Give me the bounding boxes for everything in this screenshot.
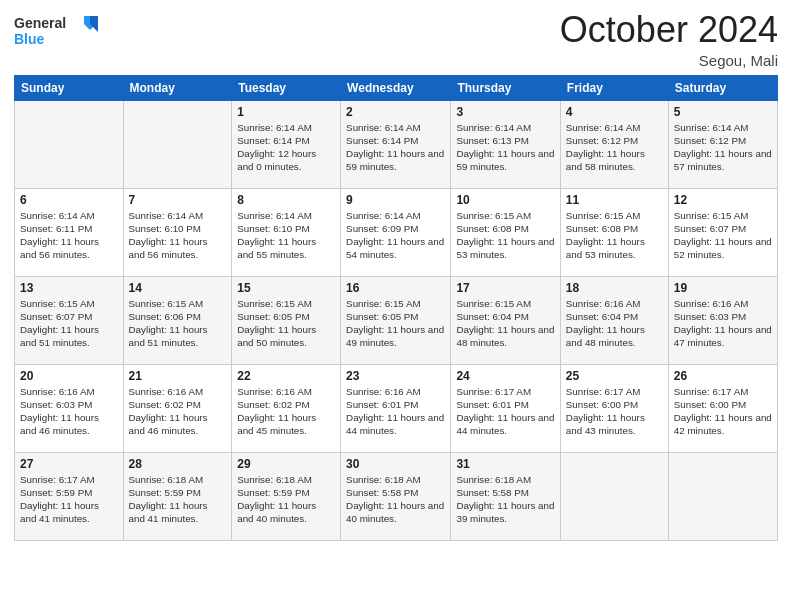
day-cell: 7Sunrise: 6:14 AMSunset: 6:10 PMDaylight… xyxy=(123,188,232,276)
logo: General Blue xyxy=(14,10,104,58)
day-cell: 24Sunrise: 6:17 AMSunset: 6:01 PMDayligh… xyxy=(451,364,560,452)
day-number: 18 xyxy=(566,281,663,295)
day-cell: 17Sunrise: 6:15 AMSunset: 6:04 PMDayligh… xyxy=(451,276,560,364)
day-info: Sunrise: 6:16 AMSunset: 6:03 PMDaylight:… xyxy=(674,297,772,350)
day-info: Sunrise: 6:14 AMSunset: 6:13 PMDaylight:… xyxy=(456,121,554,174)
day-number: 26 xyxy=(674,369,772,383)
day-cell: 25Sunrise: 6:17 AMSunset: 6:00 PMDayligh… xyxy=(560,364,668,452)
day-info: Sunrise: 6:15 AMSunset: 6:08 PMDaylight:… xyxy=(456,209,554,262)
location: Segou, Mali xyxy=(560,52,778,69)
day-number: 15 xyxy=(237,281,335,295)
day-info: Sunrise: 6:16 AMSunset: 6:02 PMDaylight:… xyxy=(237,385,335,438)
day-info: Sunrise: 6:14 AMSunset: 6:10 PMDaylight:… xyxy=(237,209,335,262)
day-number: 3 xyxy=(456,105,554,119)
day-info: Sunrise: 6:15 AMSunset: 6:08 PMDaylight:… xyxy=(566,209,663,262)
weekday-header-sunday: Sunday xyxy=(15,75,124,100)
day-info: Sunrise: 6:18 AMSunset: 5:58 PMDaylight:… xyxy=(346,473,445,526)
day-cell: 12Sunrise: 6:15 AMSunset: 6:07 PMDayligh… xyxy=(668,188,777,276)
day-cell: 26Sunrise: 6:17 AMSunset: 6:00 PMDayligh… xyxy=(668,364,777,452)
day-number: 30 xyxy=(346,457,445,471)
day-number: 13 xyxy=(20,281,118,295)
day-info: Sunrise: 6:14 AMSunset: 6:14 PMDaylight:… xyxy=(346,121,445,174)
day-number: 5 xyxy=(674,105,772,119)
weekday-header-friday: Friday xyxy=(560,75,668,100)
day-number: 22 xyxy=(237,369,335,383)
weekday-header-tuesday: Tuesday xyxy=(232,75,341,100)
day-info: Sunrise: 6:15 AMSunset: 6:07 PMDaylight:… xyxy=(674,209,772,262)
day-number: 17 xyxy=(456,281,554,295)
day-number: 28 xyxy=(129,457,227,471)
header: General Blue October 2024 Segou, Mali xyxy=(14,10,778,69)
day-number: 7 xyxy=(129,193,227,207)
day-info: Sunrise: 6:16 AMSunset: 6:04 PMDaylight:… xyxy=(566,297,663,350)
day-info: Sunrise: 6:14 AMSunset: 6:09 PMDaylight:… xyxy=(346,209,445,262)
day-cell: 14Sunrise: 6:15 AMSunset: 6:06 PMDayligh… xyxy=(123,276,232,364)
day-cell: 1Sunrise: 6:14 AMSunset: 6:14 PMDaylight… xyxy=(232,100,341,188)
day-cell: 3Sunrise: 6:14 AMSunset: 6:13 PMDaylight… xyxy=(451,100,560,188)
day-cell xyxy=(123,100,232,188)
day-number: 29 xyxy=(237,457,335,471)
day-cell: 27Sunrise: 6:17 AMSunset: 5:59 PMDayligh… xyxy=(15,452,124,540)
day-cell: 9Sunrise: 6:14 AMSunset: 6:09 PMDaylight… xyxy=(341,188,451,276)
day-number: 12 xyxy=(674,193,772,207)
day-cell: 15Sunrise: 6:15 AMSunset: 6:05 PMDayligh… xyxy=(232,276,341,364)
day-cell xyxy=(668,452,777,540)
day-info: Sunrise: 6:18 AMSunset: 5:59 PMDaylight:… xyxy=(129,473,227,526)
day-number: 4 xyxy=(566,105,663,119)
day-number: 23 xyxy=(346,369,445,383)
day-info: Sunrise: 6:14 AMSunset: 6:12 PMDaylight:… xyxy=(674,121,772,174)
week-row-1: 1Sunrise: 6:14 AMSunset: 6:14 PMDaylight… xyxy=(15,100,778,188)
day-cell: 10Sunrise: 6:15 AMSunset: 6:08 PMDayligh… xyxy=(451,188,560,276)
day-info: Sunrise: 6:17 AMSunset: 6:00 PMDaylight:… xyxy=(674,385,772,438)
day-cell: 11Sunrise: 6:15 AMSunset: 6:08 PMDayligh… xyxy=(560,188,668,276)
title-area: October 2024 Segou, Mali xyxy=(560,10,778,69)
main-container: General Blue October 2024 Segou, Mali Su… xyxy=(0,0,792,551)
day-info: Sunrise: 6:14 AMSunset: 6:14 PMDaylight:… xyxy=(237,121,335,174)
day-info: Sunrise: 6:14 AMSunset: 6:10 PMDaylight:… xyxy=(129,209,227,262)
day-number: 24 xyxy=(456,369,554,383)
day-info: Sunrise: 6:17 AMSunset: 6:00 PMDaylight:… xyxy=(566,385,663,438)
day-info: Sunrise: 6:18 AMSunset: 5:59 PMDaylight:… xyxy=(237,473,335,526)
header-row: SundayMondayTuesdayWednesdayThursdayFrid… xyxy=(15,75,778,100)
day-number: 16 xyxy=(346,281,445,295)
day-cell: 13Sunrise: 6:15 AMSunset: 6:07 PMDayligh… xyxy=(15,276,124,364)
month-title: October 2024 xyxy=(560,10,778,50)
weekday-header-saturday: Saturday xyxy=(668,75,777,100)
day-cell: 2Sunrise: 6:14 AMSunset: 6:14 PMDaylight… xyxy=(341,100,451,188)
day-cell xyxy=(560,452,668,540)
day-cell: 21Sunrise: 6:16 AMSunset: 6:02 PMDayligh… xyxy=(123,364,232,452)
day-info: Sunrise: 6:17 AMSunset: 6:01 PMDaylight:… xyxy=(456,385,554,438)
day-number: 31 xyxy=(456,457,554,471)
day-cell: 16Sunrise: 6:15 AMSunset: 6:05 PMDayligh… xyxy=(341,276,451,364)
day-number: 10 xyxy=(456,193,554,207)
weekday-header-thursday: Thursday xyxy=(451,75,560,100)
logo-svg: General Blue xyxy=(14,10,104,54)
week-row-5: 27Sunrise: 6:17 AMSunset: 5:59 PMDayligh… xyxy=(15,452,778,540)
day-cell xyxy=(15,100,124,188)
day-cell: 19Sunrise: 6:16 AMSunset: 6:03 PMDayligh… xyxy=(668,276,777,364)
logo-text: General Blue xyxy=(14,10,104,58)
day-cell: 22Sunrise: 6:16 AMSunset: 6:02 PMDayligh… xyxy=(232,364,341,452)
day-info: Sunrise: 6:16 AMSunset: 6:01 PMDaylight:… xyxy=(346,385,445,438)
day-cell: 20Sunrise: 6:16 AMSunset: 6:03 PMDayligh… xyxy=(15,364,124,452)
weekday-header-wednesday: Wednesday xyxy=(341,75,451,100)
day-number: 25 xyxy=(566,369,663,383)
day-cell: 8Sunrise: 6:14 AMSunset: 6:10 PMDaylight… xyxy=(232,188,341,276)
day-number: 19 xyxy=(674,281,772,295)
weekday-header-monday: Monday xyxy=(123,75,232,100)
week-row-2: 6Sunrise: 6:14 AMSunset: 6:11 PMDaylight… xyxy=(15,188,778,276)
day-cell: 4Sunrise: 6:14 AMSunset: 6:12 PMDaylight… xyxy=(560,100,668,188)
day-number: 21 xyxy=(129,369,227,383)
day-number: 1 xyxy=(237,105,335,119)
calendar-table: SundayMondayTuesdayWednesdayThursdayFrid… xyxy=(14,75,778,541)
day-info: Sunrise: 6:17 AMSunset: 5:59 PMDaylight:… xyxy=(20,473,118,526)
svg-text:Blue: Blue xyxy=(14,31,45,47)
day-cell: 29Sunrise: 6:18 AMSunset: 5:59 PMDayligh… xyxy=(232,452,341,540)
day-number: 20 xyxy=(20,369,118,383)
day-cell: 23Sunrise: 6:16 AMSunset: 6:01 PMDayligh… xyxy=(341,364,451,452)
day-number: 6 xyxy=(20,193,118,207)
week-row-3: 13Sunrise: 6:15 AMSunset: 6:07 PMDayligh… xyxy=(15,276,778,364)
day-info: Sunrise: 6:16 AMSunset: 6:03 PMDaylight:… xyxy=(20,385,118,438)
day-number: 11 xyxy=(566,193,663,207)
day-info: Sunrise: 6:14 AMSunset: 6:12 PMDaylight:… xyxy=(566,121,663,174)
